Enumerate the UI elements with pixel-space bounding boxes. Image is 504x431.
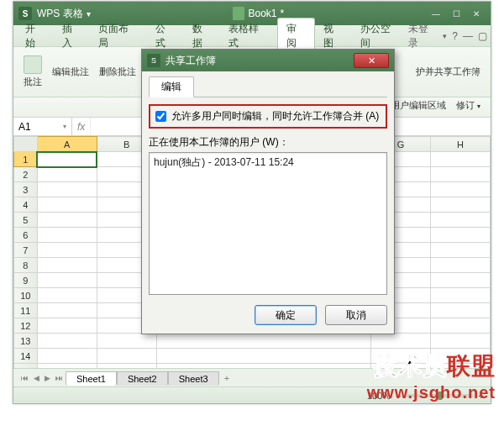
cancel-button[interactable]: 取消 [325,305,387,325]
dialog-tab-edit[interactable]: 编辑 [149,76,194,97]
row-header-10[interactable]: 10 [14,288,38,303]
row-header-9[interactable]: 9 [14,273,38,288]
dialog-buttons: 确定 取消 [149,305,387,325]
close-button[interactable]: ✕ [467,7,486,20]
row-header-1[interactable]: 1 [14,152,38,167]
share-workbook-dialog: S 共享工作簿 ✕ 编辑 允许多用户同时编辑，同时允许工作簿合并 (A) 正在使… [141,49,395,334]
menu-pagelayout[interactable]: 页面布局 [90,18,146,54]
login-dropdown-icon[interactable]: ▾ [443,32,447,40]
col-header-A[interactable]: A [37,137,97,152]
tab-nav-first-icon[interactable]: ⏮ [18,374,31,382]
user-entry[interactable]: hujun(独占) - 2013-07-11 15:24 [154,155,382,170]
dialog-icon: S [147,54,160,67]
sheet-tab-1[interactable]: Sheet1 [66,371,117,386]
menu-right: 未登录 ▾ ? — ▢ [408,22,487,50]
ribbon-right-group: 护并共享工作簿 [412,64,484,80]
ribbon-options-icon[interactable]: ▢ [478,30,487,42]
col-header-H[interactable]: H [431,137,491,152]
ribbon-minimize-icon[interactable]: — [463,30,473,42]
main-window: S WPS 表格 ▾ Book1 * — ☐ ✕ 开始 插入 页面布局 公式 数… [13,1,491,404]
sheet-tab-3[interactable]: Sheet3 [168,371,219,386]
watermark-part1: 技术员 [374,353,447,379]
ok-button[interactable]: 确定 [255,305,317,325]
allow-multi-user-checkbox[interactable] [155,111,166,122]
dialog-title: 共享工作簿 [165,54,354,68]
name-box[interactable]: A1 ▾ [13,118,72,135]
dialog-close-button[interactable]: ✕ [354,53,389,68]
allow-multi-user-checkbox-row[interactable]: 允许多用户同时编辑，同时允许工作簿合并 (A) [149,104,387,129]
allow-multi-user-label: 允许多用户同时编辑，同时允许工作簿合并 (A) [171,109,379,124]
comment-button[interactable]: 批注 [20,54,45,90]
fx-button[interactable]: fx [72,118,91,135]
edit-comment-button[interactable]: 编辑批注 [49,64,92,80]
window-controls: — ☐ ✕ [427,7,486,20]
row-header-13[interactable]: 13 [14,334,38,349]
watermark-url: www.jsgho.net [367,383,496,402]
share-workbook-button[interactable]: 护并共享工作簿 [412,64,484,80]
minimize-button[interactable]: — [427,7,445,20]
current-users-list[interactable]: hujun(独占) - 2013-07-11 15:24 [149,152,387,295]
row-header-12[interactable]: 12 [14,318,38,334]
row-header-11[interactable]: 11 [14,303,38,318]
add-sheet-button[interactable]: + [219,373,234,383]
watermark-text: 技术员联盟 [374,350,496,382]
comment-icon [24,55,42,74]
comment-label: 批注 [24,76,42,88]
row-header-4[interactable]: 4 [14,197,38,213]
tab-nav-next-icon[interactable]: ▶ [42,374,53,382]
maximize-button[interactable]: ☐ [447,7,465,20]
tab-nav-prev-icon[interactable]: ◀ [31,374,42,382]
name-box-dropdown-icon[interactable]: ▾ [63,123,66,130]
help-icon[interactable]: ? [452,30,458,42]
row-header-6[interactable]: 6 [14,228,38,243]
tab-nav-last-icon[interactable]: ⏭ [53,374,66,382]
menu-bar: 开始 插入 页面布局 公式 数据 表格样式 审阅 视图 办公空间 未登录 ▾ ?… [13,25,491,47]
select-all-corner[interactable] [14,137,38,152]
menu-insert[interactable]: 插入 [54,18,91,54]
watermark-part2: 联盟 [447,353,496,379]
row-header-8[interactable]: 8 [14,258,38,273]
dialog-tabs: 编辑 [149,76,387,97]
menu-start[interactable]: 开始 [17,18,54,54]
revise-button[interactable]: 修订 ▾ [453,97,484,113]
dialog-titlebar[interactable]: S 共享工作簿 ✕ [142,50,394,71]
row-header-7[interactable]: 7 [14,243,38,258]
cell-A1[interactable] [37,152,97,167]
name-box-value: A1 [18,121,31,133]
current-users-label: 正在使用本工作簿的用户 (W)： [149,135,387,150]
revise-label: 修订 [456,100,475,110]
row-header-3[interactable]: 3 [14,182,38,197]
row-header-14[interactable]: 14 [14,349,38,364]
delete-comment-button[interactable]: 删除批注 [96,64,139,80]
login-label[interactable]: 未登录 [408,22,438,50]
row-header-5[interactable]: 5 [14,213,38,228]
dialog-body: 编辑 允许多用户同时编辑，同时允许工作簿合并 (A) 正在使用本工作簿的用户 (… [142,71,394,334]
row-header-2[interactable]: 2 [14,167,38,182]
sheet-tab-2[interactable]: Sheet2 [117,371,168,386]
